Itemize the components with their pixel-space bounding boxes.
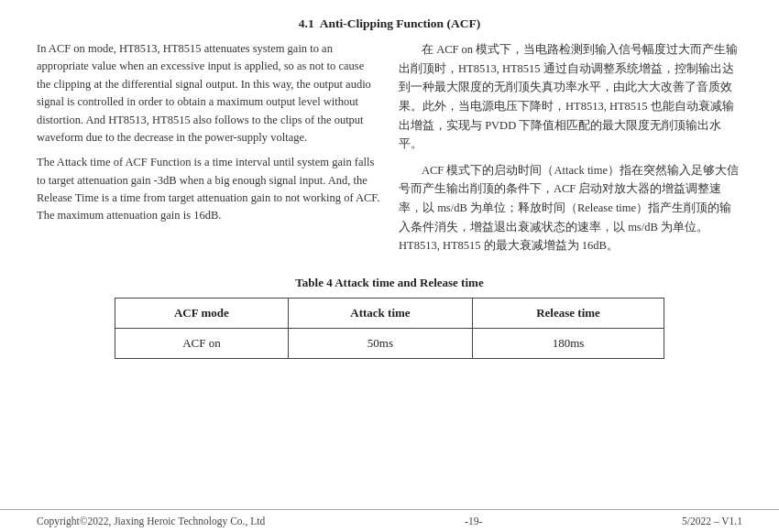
page-footer: Copyright©2022, Jiaxing Heroic Technolog… — [0, 509, 779, 532]
table-header: ACF mode Attack time Release time — [115, 298, 664, 328]
table-caption: Table 4 Attack time and Release time — [295, 276, 483, 290]
col-header-acf-mode: ACF mode — [115, 298, 288, 328]
col-header-release-time: Release time — [472, 298, 664, 328]
section-title: 4.1 Anti-Clipping Function (ACF) — [37, 16, 742, 31]
col-header-attack-time: Attack time — [289, 298, 473, 328]
acf-table: ACF mode Attack time Release time ACF on… — [115, 298, 665, 359]
cell-acf-mode: ACF on — [115, 328, 288, 358]
section-number: 4.1 — [299, 16, 314, 30]
left-para2: The Attack time of ACF Function is a tim… — [37, 154, 380, 225]
content-area: 4.1 Anti-Clipping Function (ACF) In ACF … — [0, 0, 779, 509]
table-row: ACF on 50ms 180ms — [115, 328, 664, 358]
right-para2: ACF 模式下的启动时间（Attack time）指在突然输入足够大信号而产生输… — [399, 161, 742, 255]
footer-copyright: Copyright©2022, Jiaxing Heroic Technolog… — [37, 516, 265, 527]
cell-release-time: 180ms — [472, 328, 664, 358]
section-heading: Anti-Clipping Function (ACF) — [320, 16, 481, 30]
header-row: ACF mode Attack time Release time — [115, 298, 664, 328]
page-container: 4.1 Anti-Clipping Function (ACF) In ACF … — [0, 0, 779, 532]
two-column-layout: In ACF on mode, HT8513, HT8515 attenuate… — [37, 40, 742, 255]
left-column: In ACF on mode, HT8513, HT8515 attenuate… — [37, 40, 380, 255]
right-para1: 在 ACF on 模式下，当电路检测到输入信号幅度过大而产生输出削顶时，HT85… — [399, 40, 742, 154]
right-column: 在 ACF on 模式下，当电路检测到输入信号幅度过大而产生输出削顶时，HT85… — [399, 40, 742, 255]
table-section: Table 4 Attack time and Release time ACF… — [37, 276, 742, 359]
cell-attack-time: 50ms — [289, 328, 473, 358]
footer-version: 5/2022 – V1.1 — [682, 516, 742, 527]
table-body: ACF on 50ms 180ms — [115, 328, 664, 358]
left-para1: In ACF on mode, HT8513, HT8515 attenuate… — [37, 40, 380, 147]
footer-page-number: -19- — [465, 516, 482, 527]
